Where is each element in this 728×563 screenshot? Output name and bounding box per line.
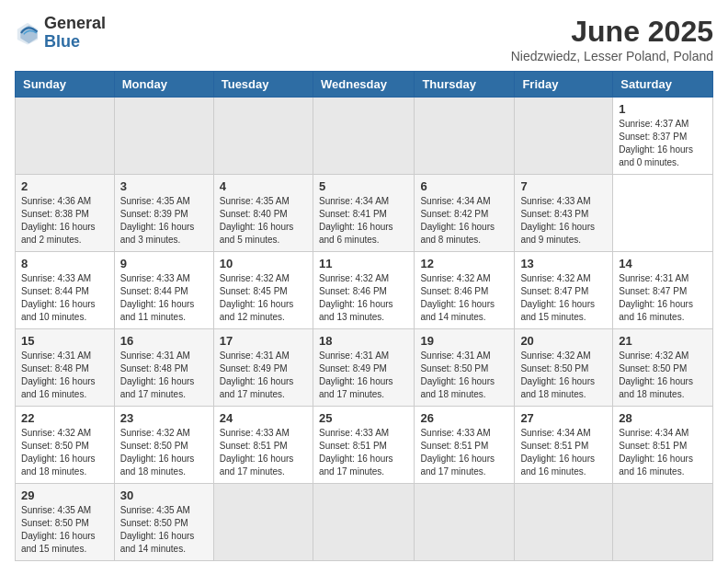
logo-text: General Blue <box>44 15 106 52</box>
day-number: 3 <box>120 179 208 193</box>
calendar-cell: 1Sunrise: 4:37 AMSunset: 8:37 PMDaylight… <box>613 98 713 175</box>
header-saturday: Saturday <box>613 72 713 98</box>
day-info: Sunrise: 4:32 AMSunset: 8:47 PMDaylight:… <box>520 272 607 324</box>
day-number: 21 <box>619 334 707 348</box>
header-friday: Friday <box>515 72 613 98</box>
calendar-cell: 25Sunrise: 4:33 AMSunset: 8:51 PMDayligh… <box>313 407 414 484</box>
calendar-cell <box>213 484 313 561</box>
header-tuesday: Tuesday <box>213 72 313 98</box>
calendar-cell: 16Sunrise: 4:31 AMSunset: 8:48 PMDayligh… <box>114 329 213 407</box>
day-info: Sunrise: 4:32 AMSunset: 8:50 PMDaylight:… <box>619 350 707 401</box>
day-number: 7 <box>520 179 607 193</box>
day-number: 19 <box>420 334 508 348</box>
day-info: Sunrise: 4:31 AMSunset: 8:49 PMDaylight:… <box>220 350 307 401</box>
calendar-cell <box>515 98 613 175</box>
calendar-cell: 6Sunrise: 4:34 AMSunset: 8:42 PMDaylight… <box>415 175 515 252</box>
week-row-3: 8Sunrise: 4:33 AMSunset: 8:44 PMDaylight… <box>16 252 713 329</box>
header-monday: Monday <box>114 72 213 98</box>
day-info: Sunrise: 4:34 AMSunset: 8:51 PMDaylight:… <box>520 427 607 478</box>
day-info: Sunrise: 4:36 AMSunset: 8:38 PMDaylight:… <box>21 195 108 247</box>
day-number: 6 <box>420 179 508 193</box>
calendar-cell: 20Sunrise: 4:32 AMSunset: 8:50 PMDayligh… <box>515 329 613 407</box>
calendar-cell <box>313 484 414 561</box>
calendar-cell: 4Sunrise: 4:35 AMSunset: 8:40 PMDaylight… <box>213 175 313 252</box>
logo-icon <box>15 20 40 46</box>
day-info: Sunrise: 4:32 AMSunset: 8:45 PMDaylight:… <box>220 272 307 324</box>
day-info: Sunrise: 4:35 AMSunset: 8:39 PMDaylight:… <box>120 195 208 247</box>
day-number: 23 <box>120 411 208 425</box>
day-number: 4 <box>220 179 307 193</box>
calendar-cell: 26Sunrise: 4:33 AMSunset: 8:51 PMDayligh… <box>415 407 515 484</box>
day-number: 30 <box>120 488 208 502</box>
calendar-cell: 11Sunrise: 4:32 AMSunset: 8:46 PMDayligh… <box>313 252 414 329</box>
day-info: Sunrise: 4:33 AMSunset: 8:51 PMDaylight:… <box>319 427 408 478</box>
calendar-cell: 22Sunrise: 4:32 AMSunset: 8:50 PMDayligh… <box>16 407 115 484</box>
day-info: Sunrise: 4:34 AMSunset: 8:51 PMDaylight:… <box>619 427 707 478</box>
day-info: Sunrise: 4:33 AMSunset: 8:43 PMDaylight:… <box>520 195 607 247</box>
day-info: Sunrise: 4:31 AMSunset: 8:48 PMDaylight:… <box>120 350 208 401</box>
calendar-cell: 24Sunrise: 4:33 AMSunset: 8:51 PMDayligh… <box>213 407 313 484</box>
day-info: Sunrise: 4:33 AMSunset: 8:44 PMDaylight:… <box>120 272 208 324</box>
calendar-cell: 14Sunrise: 4:31 AMSunset: 8:47 PMDayligh… <box>613 252 713 329</box>
day-number: 9 <box>120 257 208 270</box>
day-info: Sunrise: 4:32 AMSunset: 8:46 PMDaylight:… <box>420 272 508 324</box>
calendar-cell: 3Sunrise: 4:35 AMSunset: 8:39 PMDaylight… <box>114 175 213 252</box>
day-info: Sunrise: 4:33 AMSunset: 8:51 PMDaylight:… <box>220 427 307 478</box>
day-number: 27 <box>520 411 607 425</box>
day-info: Sunrise: 4:34 AMSunset: 8:42 PMDaylight:… <box>420 195 508 247</box>
calendar-cell: 18Sunrise: 4:31 AMSunset: 8:49 PMDayligh… <box>313 329 414 407</box>
calendar-cell: 2Sunrise: 4:36 AMSunset: 8:38 PMDaylight… <box>16 175 115 252</box>
week-row-2: 2Sunrise: 4:36 AMSunset: 8:38 PMDaylight… <box>16 175 713 252</box>
day-info: Sunrise: 4:32 AMSunset: 8:50 PMDaylight:… <box>520 350 607 401</box>
day-number: 10 <box>220 257 307 270</box>
week-row-4: 15Sunrise: 4:31 AMSunset: 8:48 PMDayligh… <box>16 329 713 407</box>
day-info: Sunrise: 4:31 AMSunset: 8:49 PMDaylight:… <box>319 350 408 401</box>
calendar-cell: 8Sunrise: 4:33 AMSunset: 8:44 PMDaylight… <box>16 252 115 329</box>
calendar-cell: 13Sunrise: 4:32 AMSunset: 8:47 PMDayligh… <box>515 252 613 329</box>
calendar-cell <box>613 484 713 561</box>
day-number: 24 <box>220 411 307 425</box>
calendar-cell <box>213 98 313 175</box>
logo: General Blue <box>15 15 106 52</box>
day-info: Sunrise: 4:31 AMSunset: 8:47 PMDaylight:… <box>619 272 707 324</box>
day-number: 15 <box>21 334 108 348</box>
calendar-cell: 10Sunrise: 4:32 AMSunset: 8:45 PMDayligh… <box>213 252 313 329</box>
day-info: Sunrise: 4:33 AMSunset: 8:51 PMDaylight:… <box>420 427 508 478</box>
day-number: 5 <box>319 179 408 193</box>
day-info: Sunrise: 4:31 AMSunset: 8:50 PMDaylight:… <box>420 350 508 401</box>
header-wednesday: Wednesday <box>313 72 414 98</box>
week-row-6: 29Sunrise: 4:35 AMSunset: 8:50 PMDayligh… <box>16 484 713 561</box>
calendar-cell <box>313 98 414 175</box>
logo-general-text: General <box>44 15 106 33</box>
location-subtitle: Niedzwiedz, Lesser Poland, Poland <box>511 49 713 63</box>
day-number: 2 <box>21 179 108 193</box>
title-area: June 2025 Niedzwiedz, Lesser Poland, Pol… <box>511 15 713 63</box>
calendar-cell: 28Sunrise: 4:34 AMSunset: 8:51 PMDayligh… <box>613 407 713 484</box>
day-info: Sunrise: 4:34 AMSunset: 8:41 PMDaylight:… <box>319 195 408 247</box>
day-number: 8 <box>21 257 108 270</box>
day-number: 28 <box>619 411 707 425</box>
day-info: Sunrise: 4:32 AMSunset: 8:50 PMDaylight:… <box>120 427 208 478</box>
calendar-cell: 5Sunrise: 4:34 AMSunset: 8:41 PMDaylight… <box>313 175 414 252</box>
logo-blue-text: Blue <box>44 33 106 52</box>
calendar-cell: 15Sunrise: 4:31 AMSunset: 8:48 PMDayligh… <box>16 329 115 407</box>
calendar-cell: 27Sunrise: 4:34 AMSunset: 8:51 PMDayligh… <box>515 407 613 484</box>
calendar-cell: 23Sunrise: 4:32 AMSunset: 8:50 PMDayligh… <box>114 407 213 484</box>
day-number: 14 <box>619 257 707 270</box>
calendar-cell: 9Sunrise: 4:33 AMSunset: 8:44 PMDaylight… <box>114 252 213 329</box>
calendar-cell: 21Sunrise: 4:32 AMSunset: 8:50 PMDayligh… <box>613 329 713 407</box>
calendar-cell: 19Sunrise: 4:31 AMSunset: 8:50 PMDayligh… <box>415 329 515 407</box>
week-row-1: 1Sunrise: 4:37 AMSunset: 8:37 PMDaylight… <box>16 98 713 175</box>
page-header: General Blue June 2025 Niedzwiedz, Lesse… <box>15 15 713 63</box>
calendar-cell: 12Sunrise: 4:32 AMSunset: 8:46 PMDayligh… <box>415 252 515 329</box>
calendar-cell <box>515 484 613 561</box>
calendar-cell: 30Sunrise: 4:35 AMSunset: 8:50 PMDayligh… <box>114 484 213 561</box>
day-number: 13 <box>520 257 607 270</box>
calendar-cell <box>415 484 515 561</box>
header-sunday: Sunday <box>16 72 115 98</box>
calendar-cell: 7Sunrise: 4:33 AMSunset: 8:43 PMDaylight… <box>515 175 613 252</box>
week-row-5: 22Sunrise: 4:32 AMSunset: 8:50 PMDayligh… <box>16 407 713 484</box>
day-info: Sunrise: 4:31 AMSunset: 8:48 PMDaylight:… <box>21 350 108 401</box>
day-number: 22 <box>21 411 108 425</box>
day-info: Sunrise: 4:37 AMSunset: 8:37 PMDaylight:… <box>619 118 707 169</box>
